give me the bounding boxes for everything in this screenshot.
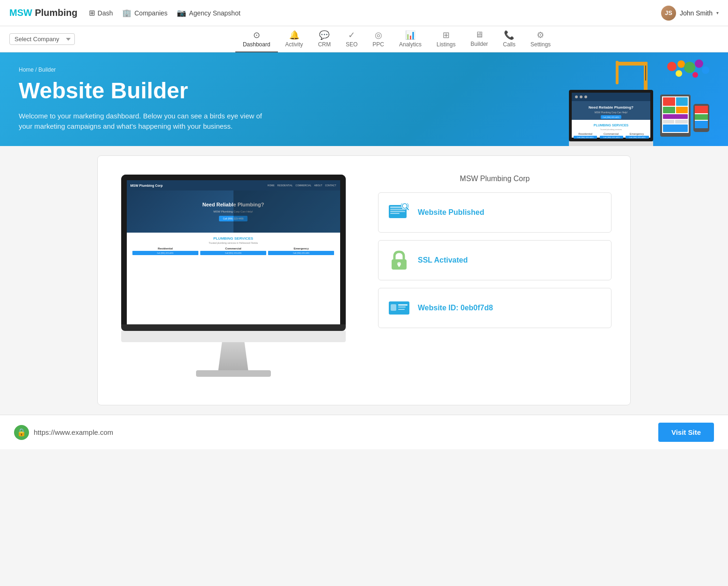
svg-rect-31 <box>663 97 675 106</box>
brand-plumbing: Plumbing <box>32 7 78 18</box>
nav-snapshot[interactable]: 📷 Agency Snapshot <box>177 8 240 17</box>
tab-seo[interactable]: ✓ SEO <box>338 26 365 52</box>
imac-section-sub: Trusted plumbing services in Hollowood F… <box>132 242 335 244</box>
svg-rect-26 <box>569 141 653 146</box>
svg-point-48 <box>702 66 709 74</box>
nav-snapshot-label: Agency Snapshot <box>189 9 240 17</box>
imac-screen: MSW Plumbing Corp HOME RESIDENTIAL COMME… <box>121 175 346 324</box>
nav-dash-label: Dash <box>98 9 113 17</box>
tab-analytics-label: Analytics <box>399 41 422 48</box>
imac-service-residential: Residential Call (956) 223-4455 <box>132 247 198 255</box>
imac-stand <box>215 342 252 370</box>
tab-ppc[interactable]: ◎ PPC <box>365 26 392 52</box>
visit-site-button[interactable]: Visit Site <box>658 423 714 442</box>
id-icon-svg <box>388 300 410 316</box>
imac-nav-link-residential: RESIDENTIAL <box>277 184 293 187</box>
tab-listings[interactable]: ⊞ Listings <box>429 26 463 52</box>
company-select[interactable]: Select Company <box>9 33 75 45</box>
tab-builder[interactable]: 🖥 Builder <box>463 26 495 52</box>
svg-point-45 <box>677 60 685 68</box>
bottom-bar: 🔒 https://www.example.com Visit Site <box>0 415 728 449</box>
user-menu[interactable]: JS John Smith ▾ <box>661 6 719 21</box>
svg-point-7 <box>575 95 578 98</box>
imac-service-btn: Call (956) 223-4455 <box>200 251 266 255</box>
svg-text:PLUMBING SERVICES: PLUMBING SERVICES <box>594 124 629 127</box>
imac-service-btn: Call (956) 223-4455 <box>132 251 198 255</box>
avatar: JS <box>661 6 676 21</box>
imac-service-title: Emergency <box>268 247 334 250</box>
settings-tab-icon: ⚙ <box>537 30 544 40</box>
imac-nav-link-commercial: COMMERCIAL <box>296 184 312 187</box>
tab-activity-label: Activity <box>285 41 303 48</box>
svg-text:Call (956) 223-4455: Call (956) 223-4455 <box>577 136 594 139</box>
tab-analytics[interactable]: 📊 Analytics <box>392 26 429 52</box>
svg-point-46 <box>684 62 695 73</box>
brand: MSW Plumbing <box>9 7 78 18</box>
svg-rect-35 <box>663 114 688 119</box>
imac-service-btn: Call (956) 223-4455 <box>268 251 334 255</box>
company-name: MSW Plumbing Corp <box>378 175 612 183</box>
imac-service-title: Commercial <box>200 247 266 250</box>
nav-companies-label: Companies <box>134 9 167 17</box>
svg-rect-32 <box>676 97 688 106</box>
imac-wrapper: MSW Plumbing Corp HOME RESIDENTIAL COMME… <box>121 175 346 377</box>
svg-text:Residential: Residential <box>578 132 592 135</box>
svg-rect-41 <box>695 106 708 113</box>
tab-calls[interactable]: 📞 Calls <box>495 26 523 52</box>
imac-nav-link-about: ABOUT <box>314 184 322 187</box>
preview-section: MSW Plumbing Corp HOME RESIDENTIAL COMME… <box>107 165 359 386</box>
activity-tab-icon: 🔔 <box>289 30 299 40</box>
svg-rect-2 <box>616 61 619 84</box>
svg-point-49 <box>676 70 682 77</box>
nav-companies[interactable]: 🏢 Companies <box>122 8 167 17</box>
svg-rect-1 <box>616 62 648 66</box>
svg-text:Call (956) 223-4455: Call (956) 223-4455 <box>603 136 620 139</box>
companies-icon: 🏢 <box>122 8 131 17</box>
info-section: MSW Plumbing Corp <box>369 165 621 386</box>
imac-section: PLUMBING SERVICES Trusted plumbing servi… <box>127 233 340 259</box>
website-published-label: Website Published <box>418 208 484 217</box>
seo-tab-icon: ✓ <box>348 30 355 40</box>
content-card: MSW Plumbing Corp HOME RESIDENTIAL COMME… <box>97 155 631 405</box>
dashboard-icon: ⊞ <box>89 8 95 17</box>
chevron-down-icon: ▾ <box>716 10 719 15</box>
website-id-icon <box>388 297 410 319</box>
tab-activity[interactable]: 🔔 Activity <box>278 26 311 52</box>
svg-rect-66 <box>398 309 405 310</box>
nav-dash[interactable]: ⊞ Dash <box>89 8 113 17</box>
svg-rect-54 <box>390 211 405 212</box>
listings-tab-icon: ⊞ <box>443 30 450 40</box>
svg-point-8 <box>580 95 582 98</box>
tab-dashboard[interactable]: ⊙ Dashboard <box>235 26 278 52</box>
calls-tab-icon: 📞 <box>504 30 514 40</box>
ppc-tab-icon: ◎ <box>375 30 382 40</box>
svg-line-58 <box>407 208 408 210</box>
tab-settings[interactable]: ⚙ Settings <box>523 26 558 52</box>
imac-hero-bg <box>233 190 340 233</box>
svg-rect-43 <box>695 121 708 128</box>
svg-text:Emergency: Emergency <box>630 132 644 135</box>
url-domain: www.example.com <box>55 428 113 436</box>
imac-section-title: PLUMBING SERVICES <box>132 236 335 241</box>
analytics-tab-icon: 📊 <box>405 30 415 40</box>
svg-rect-6 <box>572 93 650 101</box>
nav-tabs: ⊙ Dashboard 🔔 Activity 💬 CRM ✓ SEO ◎ PPC… <box>235 26 558 52</box>
website-icon-svg <box>388 203 410 222</box>
hero-subtitle: Welcome to your marketing dashboard. Bel… <box>19 111 262 132</box>
tab-calls-label: Calls <box>503 41 516 48</box>
lock-icon-svg <box>390 250 408 271</box>
tab-crm[interactable]: 💬 CRM <box>311 26 338 52</box>
status-card-id: Website ID: 0eb0f7d8 <box>378 288 612 328</box>
hero-banner: Home / Builder Website Builder Welcome t… <box>0 52 728 146</box>
imac-nav-links: HOME RESIDENTIAL COMMERCIAL ABOUT CONTAC… <box>268 184 336 187</box>
url-https: https:// <box>34 428 55 436</box>
imac-service-commercial: Commercial Call (956) 223-4455 <box>200 247 266 255</box>
svg-text:Need Reliable Plumbing?: Need Reliable Plumbing? <box>589 105 633 110</box>
svg-rect-55 <box>390 213 400 214</box>
svg-rect-36 <box>663 120 674 124</box>
imac-nav: MSW Plumbing Corp HOME RESIDENTIAL COMME… <box>127 180 340 190</box>
illustration-svg: Need Reliable Plumbing? MSW Plumbing Cor… <box>560 57 709 146</box>
svg-text:Call (956) 223-4455: Call (956) 223-4455 <box>629 136 646 139</box>
svg-point-44 <box>667 62 677 71</box>
crm-tab-icon: 💬 <box>319 30 329 40</box>
